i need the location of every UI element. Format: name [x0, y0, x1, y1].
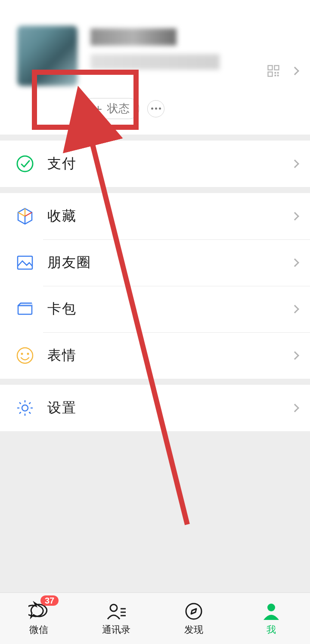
status-more-button[interactable]	[147, 100, 164, 117]
favorites-icon	[16, 207, 34, 226]
chevron-right-icon	[291, 159, 299, 168]
svg-point-11	[27, 353, 29, 355]
section-gap	[0, 379, 310, 385]
svg-point-7	[17, 156, 33, 172]
chevron-right-icon	[291, 351, 299, 360]
profile-name-redacted	[90, 28, 177, 46]
tab-label: 我	[267, 623, 276, 636]
group-settings: 设置	[0, 385, 310, 431]
svg-rect-3	[275, 72, 276, 74]
qr-code-icon[interactable]	[267, 64, 280, 77]
svg-point-10	[21, 353, 23, 355]
section-gap	[0, 187, 310, 193]
row-cards[interactable]: 卡包	[0, 286, 310, 332]
profile-id-redacted	[90, 54, 220, 70]
row-label: 设置	[47, 399, 77, 417]
svg-point-9	[17, 348, 33, 363]
tab-label: 发现	[184, 623, 203, 636]
moments-icon	[16, 253, 34, 272]
stickers-icon	[16, 346, 34, 365]
svg-point-12	[22, 405, 28, 411]
svg-rect-5	[275, 75, 276, 77]
row-label: 收藏	[47, 207, 77, 226]
chevron-right-icon	[291, 212, 299, 221]
chevron-right-icon[interactable]	[291, 67, 299, 75]
row-label: 支付	[47, 154, 77, 173]
unread-badge: 37	[40, 595, 59, 606]
profile-header[interactable]: ＋ 状态	[0, 0, 310, 135]
chevron-right-icon	[291, 305, 299, 313]
row-label: 表情	[47, 346, 77, 365]
svg-rect-1	[275, 66, 279, 70]
tab-discover[interactable]: 发现	[155, 593, 232, 644]
svg-point-14	[186, 604, 202, 619]
profile-right-actions	[267, 64, 298, 77]
plus-icon: ＋	[92, 102, 105, 115]
me-screen: ＋ 状态 支付	[0, 0, 310, 644]
svg-rect-4	[277, 72, 279, 74]
add-status-button[interactable]: ＋ 状态	[82, 98, 140, 119]
discover-icon	[183, 601, 204, 622]
me-icon	[261, 601, 282, 622]
row-pay[interactable]: 支付	[0, 141, 310, 187]
svg-rect-2	[268, 72, 273, 77]
chevron-right-icon	[291, 404, 299, 412]
avatar[interactable]	[17, 26, 78, 86]
row-label: 朋友圈	[47, 253, 91, 272]
svg-point-15	[267, 604, 275, 611]
tab-me[interactable]: 我	[232, 593, 310, 644]
tab-label: 微信	[29, 623, 48, 636]
group-main: 收藏 朋友圈 卡包	[0, 193, 310, 379]
svg-rect-6	[277, 75, 279, 77]
svg-rect-8	[18, 256, 32, 269]
chevron-right-icon	[291, 258, 299, 267]
profile-top-row	[17, 26, 297, 86]
contacts-icon	[106, 601, 127, 622]
cards-icon	[16, 300, 34, 319]
pay-icon	[16, 154, 34, 173]
tab-label: 通讯录	[102, 623, 130, 636]
settings-icon	[16, 399, 34, 417]
row-favorites[interactable]: 收藏	[0, 193, 310, 239]
profile-name-area	[90, 26, 297, 70]
status-label: 状态	[107, 101, 130, 116]
row-stickers[interactable]: 表情	[0, 332, 310, 379]
section-gap	[0, 135, 310, 141]
group-pay: 支付	[0, 141, 310, 187]
tab-contacts[interactable]: 通讯录	[78, 593, 155, 644]
svg-point-13	[110, 604, 117, 611]
status-row: ＋ 状态	[82, 98, 297, 119]
svg-rect-0	[268, 66, 273, 70]
row-settings[interactable]: 设置	[0, 385, 310, 431]
row-moments[interactable]: 朋友圈	[0, 239, 310, 286]
tab-chats[interactable]: 37 微信	[0, 593, 78, 644]
tab-bar: 37 微信 通讯录 发现	[0, 592, 310, 644]
row-label: 卡包	[47, 300, 77, 319]
